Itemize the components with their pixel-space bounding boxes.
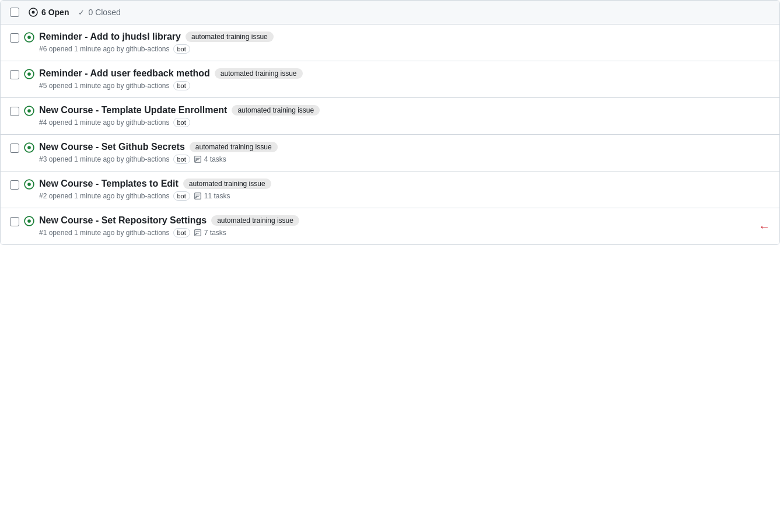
issue-meta-text: #1 opened 1 minute ago by github-actions	[39, 229, 170, 237]
tasks-count: 4 tasks	[204, 155, 226, 163]
issue-title[interactable]: New Course - Template Update Enrollment	[39, 105, 227, 116]
issue-item: New Course - Set Github Secrets automate…	[1, 135, 779, 172]
svg-point-3	[27, 36, 31, 39]
select-all-checkbox[interactable]	[10, 8, 19, 17]
issue-checkbox[interactable]	[10, 70, 19, 79]
issues-header: 6 Open ✓ 0 Closed	[1, 1, 779, 24]
bot-badge: bot	[173, 44, 190, 54]
issue-item: Reminder - Add user feedback method auto…	[1, 61, 779, 98]
issue-title-row: New Course - Templates to Edit automated…	[39, 178, 770, 189]
issue-meta-text: #3 opened 1 minute ago by github-actions	[39, 155, 170, 163]
issue-list: Reminder - Add to jhudsl library automat…	[1, 24, 779, 244]
issue-label-badge[interactable]: automated training issue	[215, 68, 303, 79]
svg-point-19	[27, 219, 31, 223]
svg-point-5	[27, 72, 31, 76]
issue-label-badge[interactable]: automated training issue	[232, 105, 320, 116]
tasks-count: 7 tasks	[204, 229, 226, 237]
issue-meta: #2 opened 1 minute ago by github-actions…	[39, 191, 770, 201]
issue-item: New Course - Template Update Enrollment …	[1, 98, 779, 135]
arrow-indicator: ←	[758, 220, 770, 233]
tasks-icon	[194, 192, 202, 200]
issues-container: 6 Open ✓ 0 Closed Reminder - Add to jhud…	[0, 0, 780, 245]
svg-point-1	[32, 11, 35, 14]
issue-checkbox[interactable]	[10, 217, 19, 226]
bot-badge: bot	[173, 228, 190, 237]
tasks-info: 11 tasks	[194, 192, 230, 200]
tasks-count: 11 tasks	[204, 192, 230, 200]
issue-meta-text: #5 opened 1 minute ago by github-actions	[39, 82, 170, 90]
issue-title[interactable]: Reminder - Add user feedback method	[39, 68, 210, 79]
check-icon: ✓	[78, 8, 85, 17]
issue-meta-text: #2 opened 1 minute ago by github-actions	[39, 192, 170, 200]
open-issues-icon	[29, 8, 38, 17]
issue-title-row: Reminder - Add to jhudsl library automat…	[39, 32, 770, 42]
issue-label-badge[interactable]: automated training issue	[183, 178, 271, 189]
open-count-label: 6 Open	[41, 8, 69, 17]
bot-badge: bot	[173, 118, 190, 127]
issue-title-row: New Course - Template Update Enrollment …	[39, 105, 770, 116]
open-filter[interactable]: 6 Open	[29, 8, 69, 17]
tasks-icon	[194, 155, 202, 163]
issue-body: New Course - Template Update Enrollment …	[39, 105, 770, 127]
bot-badge: bot	[173, 81, 190, 90]
bot-badge: bot	[173, 155, 190, 164]
issue-title[interactable]: New Course - Templates to Edit	[39, 178, 179, 189]
issue-meta: #3 opened 1 minute ago by github-actions…	[39, 155, 770, 164]
tasks-info: 7 tasks	[194, 229, 226, 237]
issue-checkbox[interactable]	[10, 33, 19, 43]
issue-meta-text: #6 opened 1 minute ago by github-actions	[39, 45, 170, 53]
issue-body: New Course - Templates to Edit automated…	[39, 178, 770, 201]
issue-body: Reminder - Add to jhudsl library automat…	[39, 32, 770, 54]
issue-status-icon	[24, 216, 34, 228]
svg-point-14	[27, 183, 31, 186]
filter-bar: 6 Open ✓ 0 Closed	[29, 8, 121, 17]
issue-meta: #1 opened 1 minute ago by github-actions…	[39, 228, 770, 237]
bot-badge: bot	[173, 191, 190, 201]
issue-body: New Course - Set Github Secrets automate…	[39, 142, 770, 164]
issue-title-row: Reminder - Add user feedback method auto…	[39, 68, 770, 79]
issue-label-badge[interactable]: automated training issue	[211, 215, 299, 226]
issue-checkbox[interactable]	[10, 180, 19, 190]
closed-count-label: 0 Closed	[88, 8, 120, 17]
issue-label-badge[interactable]: automated training issue	[190, 142, 278, 152]
issue-meta: #4 opened 1 minute ago by github-actions…	[39, 118, 770, 127]
issue-status-icon	[24, 179, 34, 191]
issue-status-icon	[24, 69, 34, 81]
issue-body: New Course - Set Repository Settings aut…	[39, 215, 770, 237]
svg-point-9	[27, 146, 31, 149]
issue-item: Reminder - Add to jhudsl library automat…	[1, 24, 779, 61]
issue-meta: #6 opened 1 minute ago by github-actions…	[39, 44, 770, 54]
issue-checkbox[interactable]	[10, 107, 19, 116]
tasks-info: 4 tasks	[194, 155, 226, 163]
issue-meta-text: #4 opened 1 minute ago by github-actions	[39, 118, 170, 127]
closed-filter[interactable]: ✓ 0 Closed	[78, 8, 120, 17]
issue-status-icon	[24, 142, 34, 155]
tasks-icon	[194, 229, 202, 237]
issue-item: New Course - Set Repository Settings aut…	[1, 208, 779, 244]
issue-title[interactable]: New Course - Set Github Secrets	[39, 142, 185, 152]
issue-status-icon	[24, 106, 34, 118]
issue-title-row: New Course - Set Repository Settings aut…	[39, 215, 770, 226]
svg-point-7	[27, 109, 31, 113]
issue-title[interactable]: Reminder - Add to jhudsl library	[39, 32, 181, 42]
issue-title-row: New Course - Set Github Secrets automate…	[39, 142, 770, 152]
issue-label-badge[interactable]: automated training issue	[186, 32, 274, 42]
issue-body: Reminder - Add user feedback method auto…	[39, 68, 770, 90]
issue-meta: #5 opened 1 minute ago by github-actions…	[39, 81, 770, 90]
issue-status-icon	[24, 32, 34, 44]
issue-title[interactable]: New Course - Set Repository Settings	[39, 215, 207, 226]
issue-checkbox[interactable]	[10, 144, 19, 153]
issue-item: New Course - Templates to Edit automated…	[1, 172, 779, 208]
